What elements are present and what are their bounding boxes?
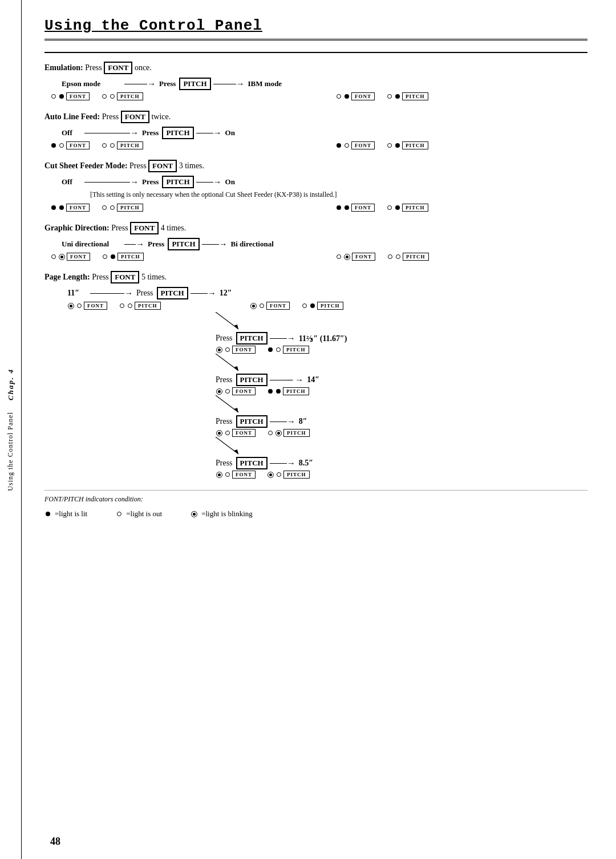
dot-empty xyxy=(387,143,392,148)
dot-empty xyxy=(110,143,115,148)
dot-blink-legend xyxy=(192,512,197,517)
diagonal-arrow-85 xyxy=(210,437,244,457)
legend-title: FONT/PITCH indicators condition: xyxy=(44,495,587,504)
dot-empty xyxy=(337,254,341,259)
csf-arrow-line: Off → Press PITCH → On xyxy=(62,176,587,188)
dot-blink xyxy=(217,431,222,436)
pl-row-85: Press PITCH → 8.5″ xyxy=(216,457,587,469)
dot-filled xyxy=(51,143,56,148)
dot-blink xyxy=(59,254,64,260)
pitch-box: PITCH xyxy=(283,429,310,437)
font-box: FONT xyxy=(232,346,256,354)
dot-filled xyxy=(310,303,315,308)
dot-blink xyxy=(345,254,350,260)
pl-ind-14: FONT PITCH xyxy=(216,387,587,395)
dot-blink xyxy=(276,431,281,436)
dot-empty xyxy=(396,254,400,259)
dot-empty xyxy=(110,205,115,210)
chapter-label: Chap. 4 xyxy=(6,368,15,400)
dot-filled xyxy=(395,143,400,148)
graphic-arrow-line: Uni directional → Press PITCH → Bi direc… xyxy=(62,238,587,250)
pitch-box: PITCH xyxy=(402,141,428,149)
pl-row-1167: Press PITCH → 11²⁄₃″ (11.67″) xyxy=(216,332,587,345)
side-tab: Chap. 4 Using the Control Panel xyxy=(0,0,22,859)
dot-filled xyxy=(395,205,400,210)
dot-empty xyxy=(277,472,281,477)
dot-empty xyxy=(225,431,230,435)
pitch-box: PITCH xyxy=(283,346,309,354)
dot-filled xyxy=(51,205,56,210)
page-length-section: Page Length: Press FONT 5 times. 11″ → P… xyxy=(44,271,587,479)
emulation-arrow-line: Epson mode → Press PITCH → IBM mode xyxy=(62,78,587,90)
pitch-box: PITCH xyxy=(283,387,309,395)
diagonal-arrow-1167 xyxy=(210,312,244,332)
dot-empty xyxy=(110,94,115,99)
pitch-box: PITCH xyxy=(402,92,428,100)
font-box: FONT xyxy=(66,204,90,212)
pitch-button-8: PITCH xyxy=(236,415,268,428)
font-button-alf: FONT xyxy=(121,111,149,123)
pl-row-14: Press PITCH ─ → 14″ xyxy=(216,374,587,386)
pitch-box: PITCH xyxy=(317,302,343,310)
pitch-button-1167: PITCH xyxy=(236,332,268,345)
dot-empty-legend xyxy=(117,512,121,516)
font-button-csf: FONT xyxy=(148,160,177,172)
dot-empty xyxy=(225,389,230,394)
graphic-indicators: FONT PITCH FONT xyxy=(50,253,593,261)
dot-empty xyxy=(102,94,107,99)
font-box: FONT xyxy=(351,204,375,212)
dot-empty xyxy=(387,205,392,210)
font-box: FONT xyxy=(351,92,375,100)
pl-row-1: 11″ → Press PITCH → 12″ xyxy=(67,287,587,299)
pitch-box: PITCH xyxy=(117,92,143,100)
font-button-emulation: FONT xyxy=(104,62,132,74)
font-box: FONT xyxy=(351,141,375,149)
cut-sheet-section: Cut Sheet Feeder Mode: Press FONT 3 time… xyxy=(44,160,587,212)
page-length-title: Page Length: Press FONT 5 times. xyxy=(44,271,587,283)
legend-item-blink: =light is blinking xyxy=(191,509,253,518)
emulation-section: Emulation: Press FONT once. Epson mode →… xyxy=(44,62,587,100)
auto-line-feed-title: Auto Line Feed: Press FONT twice. xyxy=(44,111,587,123)
pitch-box: PITCH xyxy=(135,302,161,310)
pitch-button-85: PITCH xyxy=(236,457,268,469)
dot-empty xyxy=(102,205,107,210)
pitch-button-alf: PITCH xyxy=(162,127,193,139)
legend-out-label: =light is out xyxy=(126,509,162,518)
auto-line-feed-section: Auto Line Feed: Press FONT twice. Off → … xyxy=(44,111,587,149)
side-title: Using the Control Panel xyxy=(6,412,15,491)
font-button-gd: FONT xyxy=(130,222,159,234)
dot-filled xyxy=(111,254,115,259)
graphic-title: Graphic Direction: Press FONT 4 times. xyxy=(44,222,587,234)
cut-sheet-title: Cut Sheet Feeder Mode: Press FONT 3 time… xyxy=(44,160,587,172)
font-box: FONT xyxy=(232,429,256,437)
dot-filled xyxy=(59,94,64,99)
dot-filled xyxy=(268,347,273,352)
dot-empty xyxy=(225,347,230,352)
font-box: FONT xyxy=(266,302,290,310)
legend-items: =light is lit =light is out =light is bl… xyxy=(44,509,587,518)
legend-item-lit: =light is lit xyxy=(44,509,87,518)
dot-filled xyxy=(337,205,341,210)
dot-filled xyxy=(276,389,281,394)
font-box: FONT xyxy=(232,387,256,395)
dot-filled xyxy=(337,143,341,148)
dot-empty xyxy=(387,94,392,99)
diagonal-arrow-8 xyxy=(210,395,244,415)
dot-blink xyxy=(251,303,256,309)
font-box: FONT xyxy=(67,253,90,261)
page-title: Using the Control Panel xyxy=(44,17,587,40)
main-content: Using the Control Panel Emulation: Press… xyxy=(22,0,616,859)
dot-blink xyxy=(217,389,222,394)
font-box: FONT xyxy=(66,92,90,100)
dot-empty xyxy=(276,347,281,352)
dot-empty xyxy=(77,303,82,308)
dot-blink xyxy=(268,472,273,477)
dot-filled xyxy=(59,205,64,210)
pitch-button-14: PITCH xyxy=(236,374,268,386)
emulation-title: Emulation: Press FONT once. xyxy=(44,62,587,74)
dot-empty xyxy=(51,94,56,99)
pl-ind-1167: FONT PITCH xyxy=(216,346,587,354)
dot-filled xyxy=(268,389,273,394)
csf-note: [This setting is only necessary when the… xyxy=(90,191,587,199)
svg-marker-7 xyxy=(234,449,238,454)
